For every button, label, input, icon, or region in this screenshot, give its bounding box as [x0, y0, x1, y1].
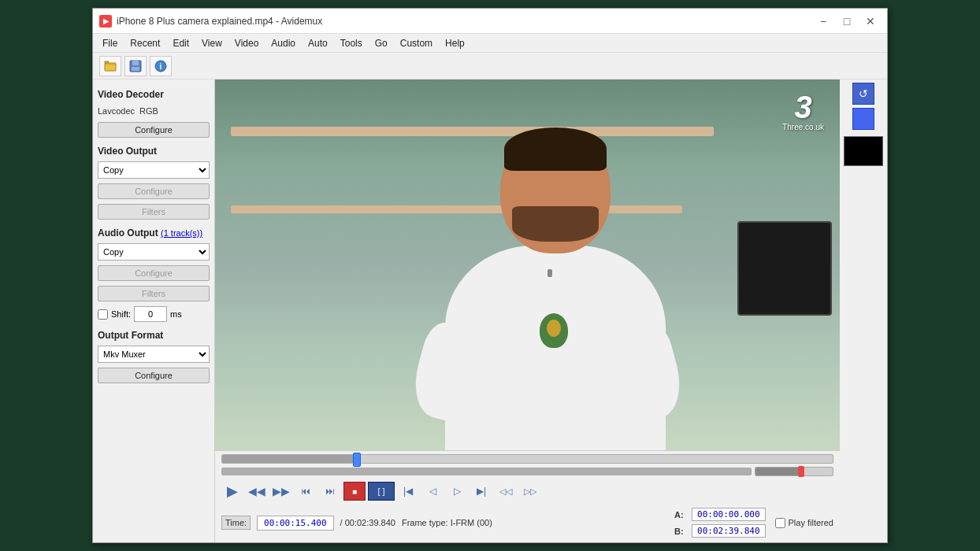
- shift-input[interactable]: [134, 306, 167, 322]
- volume-bar[interactable]: [755, 467, 833, 476]
- blue-mini-button[interactable]: [852, 108, 874, 130]
- menu-recent[interactable]: Recent: [124, 36, 166, 50]
- mark-segment-button[interactable]: ■: [343, 482, 366, 501]
- app-window: ▶ iPhone 8 Plus camera explained.mp4 - A…: [92, 8, 888, 543]
- volume-thumb[interactable]: [798, 466, 804, 477]
- volume-fill: [755, 468, 802, 475]
- audio-output-select[interactable]: Copy: [98, 243, 210, 261]
- video-output-title: Video Output: [98, 146, 210, 157]
- toolbar: i: [93, 53, 887, 80]
- video-decoder-title: Video Decoder: [98, 89, 210, 100]
- a-label: A:: [674, 510, 687, 520]
- video-area: 3 Three.co.uk: [215, 80, 840, 450]
- prev-frame-button[interactable]: ◁: [421, 481, 444, 501]
- rgb-label: RGB: [139, 106, 158, 116]
- menu-help[interactable]: Help: [439, 36, 471, 50]
- svg-text:i: i: [160, 62, 162, 71]
- fast-forward-button[interactable]: ▶▶: [270, 481, 292, 501]
- info-toolbar-button[interactable]: i: [150, 56, 172, 76]
- sidebar: Video Decoder Lavcodec RGB Configure Vid…: [93, 80, 215, 542]
- go-end-button[interactable]: ⏭: [319, 481, 341, 501]
- close-button[interactable]: ✕: [860, 13, 881, 29]
- decoder-info: Lavcodec RGB: [98, 106, 210, 116]
- menu-view[interactable]: View: [195, 36, 228, 50]
- seek-thumb[interactable]: [353, 453, 361, 467]
- microphone: [548, 269, 552, 277]
- shift-unit: ms: [170, 309, 182, 319]
- trim-bar-area: [221, 467, 833, 476]
- frame-type: Frame type: I-FRM (00): [402, 518, 492, 527]
- maximize-button[interactable]: □: [837, 13, 857, 29]
- menu-tools[interactable]: Tools: [334, 36, 369, 50]
- menu-file[interactable]: File: [96, 36, 124, 50]
- next-frame-button[interactable]: ▷: [446, 481, 468, 501]
- lavcodec-label: Lavcodec: [98, 106, 135, 116]
- audio-output-title: Audio Output (1 track(s)): [98, 227, 210, 239]
- window-title: iPhone 8 Plus camera explained.mp4 - Avi…: [117, 16, 322, 27]
- loop-button[interactable]: ↺: [852, 83, 874, 105]
- content-area: 3 Three.co.uk: [215, 80, 840, 542]
- three-logo-number: 3: [782, 91, 824, 123]
- person-beard: [512, 206, 599, 242]
- menu-custom[interactable]: Custom: [394, 36, 439, 50]
- save-toolbar-button[interactable]: [124, 56, 147, 76]
- right-panel: ↺: [840, 80, 887, 542]
- play-filtered-row: Play filtered: [775, 518, 833, 528]
- title-bar-left: ▶ iPhone 8 Plus camera explained.mp4 - A…: [99, 15, 322, 28]
- output-format-title: Output Format: [98, 330, 210, 341]
- video-frame: 3 Three.co.uk: [215, 80, 840, 450]
- play-filtered-checkbox[interactable]: [775, 518, 785, 528]
- shift-checkbox[interactable]: [98, 309, 108, 320]
- audio-next-button[interactable]: ▷▷: [519, 481, 541, 501]
- prev-keyframe-button[interactable]: |◀: [397, 481, 419, 501]
- next-keyframe-button[interactable]: ▶|: [470, 481, 492, 501]
- video-output-select[interactable]: Copy: [98, 161, 210, 179]
- open-toolbar-button[interactable]: [99, 56, 121, 76]
- info-icon: i: [154, 60, 167, 72]
- avocado-pit: [547, 320, 561, 337]
- shift-label: Shift:: [111, 309, 131, 319]
- seek-bar-fill: [222, 455, 357, 463]
- open-folder-icon: [104, 60, 117, 72]
- a-time: 00:00:00.000: [692, 508, 765, 521]
- person-hair: [504, 128, 607, 171]
- playback-controls: ▶ ◀◀ ▶▶ ⏮ ⏭ ■ [ ] |◀: [221, 481, 541, 501]
- play-button[interactable]: ▶: [221, 481, 243, 501]
- configure-video-decoder-button[interactable]: Configure: [98, 122, 210, 138]
- bottom-controls: ▶ ◀◀ ▶▶ ⏮ ⏭ ■ [ ] |◀: [215, 450, 840, 542]
- menu-go[interactable]: Go: [369, 36, 394, 50]
- menu-auto[interactable]: Auto: [302, 36, 334, 50]
- configure-video-output-button[interactable]: Configure: [98, 183, 210, 199]
- b-label: B:: [674, 527, 687, 536]
- seek-bar[interactable]: [221, 454, 833, 464]
- menu-video[interactable]: Video: [228, 36, 265, 50]
- go-start-button[interactable]: ⏮: [295, 481, 317, 501]
- rewind-button[interactable]: ◀◀: [246, 481, 268, 501]
- person-head: [500, 128, 611, 253]
- menu-edit[interactable]: Edit: [166, 36, 195, 50]
- bracket-button[interactable]: [ ]: [368, 482, 395, 501]
- person: [418, 120, 693, 450]
- configure-audio-output-button[interactable]: Configure: [98, 265, 210, 281]
- audio-prev-button[interactable]: ◁◁: [495, 481, 517, 501]
- ab-and-play-filtered: A: 00:00:00.000 B: 00:02:39.840 Play fil…: [671, 508, 833, 538]
- menu-audio[interactable]: Audio: [265, 36, 302, 50]
- tv-screen: [737, 221, 832, 316]
- svg-rect-0: [105, 63, 116, 71]
- controls-and-status: ▶ ◀◀ ▶▶ ⏮ ⏭ ■ [ ] |◀: [221, 479, 833, 503]
- seek-bar-area: [221, 454, 833, 464]
- configure-output-format-button[interactable]: Configure: [98, 368, 210, 383]
- app-icon: ▶: [99, 15, 112, 28]
- shirt-logo: [540, 313, 568, 348]
- main-area: Video Decoder Lavcodec RGB Configure Vid…: [93, 80, 887, 542]
- save-icon: [129, 60, 142, 72]
- track-info-link[interactable]: (1 track(s)): [161, 228, 202, 238]
- video-scene: 3 Three.co.uk: [215, 80, 840, 450]
- minimize-button[interactable]: −: [813, 13, 833, 29]
- shift-row: Shift: ms: [98, 306, 210, 322]
- trim-bar[interactable]: [221, 468, 752, 475]
- output-format-select[interactable]: Mkv Muxer: [98, 346, 210, 363]
- filters-audio-button[interactable]: Filters: [98, 286, 210, 301]
- b-row: B: 00:02:39.840: [674, 524, 765, 538]
- filters-video-button[interactable]: Filters: [98, 204, 210, 220]
